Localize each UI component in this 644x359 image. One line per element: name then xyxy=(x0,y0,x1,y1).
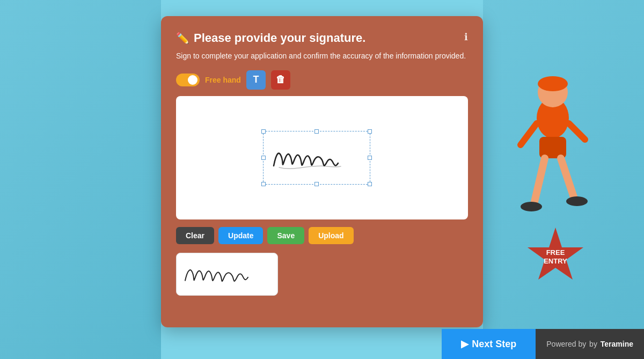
freehand-toggle[interactable] xyxy=(176,74,200,86)
signature-modal: ✏️ Please provide your signature. ℹ Sign… xyxy=(161,16,483,327)
next-arrow-icon: ▶ xyxy=(461,338,469,350)
next-step-button[interactable]: ▶ Next Step xyxy=(442,329,536,359)
bottom-bar: ▶ Next Step Powered by by Teramine xyxy=(442,329,644,359)
modal-header: ✏️ Please provide your signature. ℹ xyxy=(176,31,468,45)
bg-left-panel xyxy=(0,0,161,359)
trash-icon: 🗑 xyxy=(276,74,286,85)
modal-subtitle: Sign to complete your application and co… xyxy=(176,50,468,62)
powered-by-prefix: Powered by xyxy=(546,340,586,348)
action-buttons: Clear Update Save Upload xyxy=(176,227,468,244)
mode-row: Free hand T 🗑 xyxy=(176,70,468,90)
text-icon: T xyxy=(253,74,259,85)
title-row: ✏️ Please provide your signature. xyxy=(176,31,365,45)
trash-button[interactable]: 🗑 xyxy=(271,70,290,90)
info-icon[interactable]: ℹ xyxy=(464,31,468,43)
text-mode-button[interactable]: T xyxy=(246,70,266,90)
pencil-icon: ✏️ xyxy=(176,32,189,45)
bg-right-panel xyxy=(483,0,644,359)
next-step-label: Next Step xyxy=(472,339,516,350)
signature-canvas[interactable] xyxy=(176,96,468,219)
free-entry-badge: FREE ENTRY xyxy=(523,225,588,289)
mode-label: Free hand xyxy=(205,76,241,84)
clear-button[interactable]: Clear xyxy=(176,227,214,244)
update-button[interactable]: Update xyxy=(218,227,263,244)
svg-text:FREE: FREE xyxy=(546,248,565,257)
preview-drawing xyxy=(177,253,277,295)
upload-button[interactable]: Upload xyxy=(309,227,353,244)
svg-text:ENTRY: ENTRY xyxy=(544,257,567,265)
modal-title: Please provide your signature. xyxy=(194,31,365,45)
save-button[interactable]: Save xyxy=(267,227,304,244)
signature-preview xyxy=(176,253,278,296)
signature-drawing xyxy=(263,131,370,185)
powered-by-bar: Powered by by Teramine xyxy=(536,329,644,359)
powered-by-brand: Teramine xyxy=(601,340,633,348)
